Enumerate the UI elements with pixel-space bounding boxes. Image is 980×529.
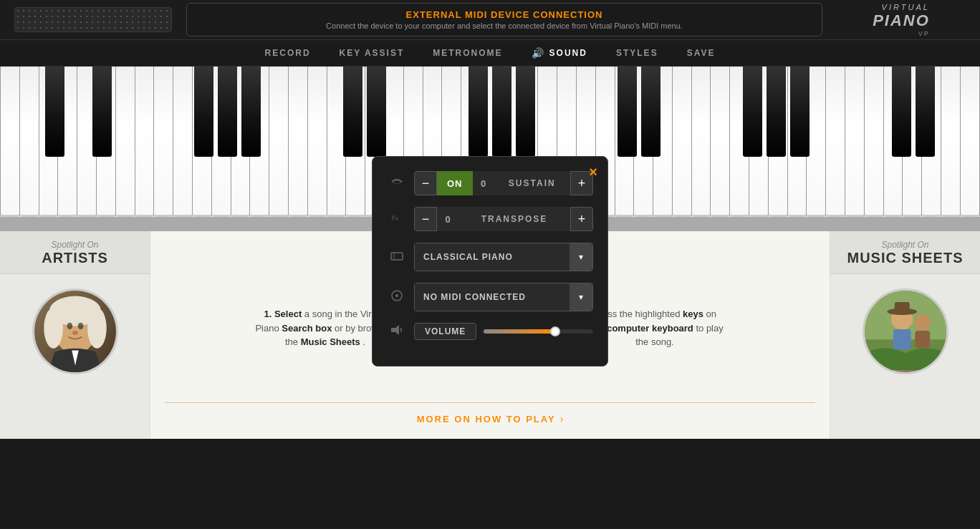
midi-arrow[interactable]: ▾ (570, 283, 592, 311)
white-key[interactable] (884, 67, 903, 217)
sustain-minus-button[interactable]: − (414, 171, 437, 195)
more-link-arrow-icon: › (560, 413, 564, 424)
instrument-arrow[interactable]: ▾ (570, 243, 592, 271)
music-sheet-image-container[interactable] (863, 288, 948, 374)
svg-point-8 (44, 308, 63, 349)
white-key[interactable] (327, 67, 347, 217)
white-key[interactable] (39, 67, 59, 217)
spotlight-on-artists-text: Spotlight On (0, 240, 150, 250)
spotlight-artists-header: Spotlight On ARTISTS (0, 231, 150, 274)
midi-notice-box: EXTERNAL MIDI DEVICE CONNECTION Connect … (186, 3, 822, 37)
transpose-plus-button[interactable]: + (570, 207, 593, 231)
white-key[interactable] (97, 67, 116, 217)
svg-point-9 (87, 308, 107, 349)
white-key[interactable] (193, 67, 212, 217)
spotlight-music-sheets-header: Spotlight On MUSIC SHEETS (830, 231, 980, 274)
white-key[interactable] (250, 67, 269, 217)
sound-panel: × − ON 0 SUSTAIN + ♯♭ (372, 156, 608, 367)
white-key[interactable] (826, 67, 845, 217)
artist-image[interactable] (32, 288, 118, 374)
sustain-icon (387, 175, 407, 192)
white-key[interactable] (922, 67, 941, 217)
midi-header: EXTERNAL MIDI DEVICE CONNECTION Connect … (0, 0, 980, 39)
toolbar-key-assist[interactable]: KEY ASSIST (340, 48, 405, 58)
volume-thumb[interactable] (550, 326, 560, 336)
white-key[interactable] (673, 67, 692, 217)
artist-portrait (34, 291, 116, 372)
transpose-row: ♯♭ − 0 TRANSPOSE + (387, 207, 593, 231)
step1-bold2: Search box (282, 323, 332, 334)
white-key[interactable] (0, 67, 20, 217)
white-key[interactable] (903, 67, 922, 217)
midi-notice-text: Connect the device to your computer and … (201, 21, 807, 30)
svg-point-10 (67, 323, 72, 330)
svg-marker-5 (391, 325, 399, 335)
volume-label: VOLUME (414, 323, 476, 340)
toolbar-sound[interactable]: 🔊 SOUND (532, 47, 587, 59)
spotlight-artists-category: ARTISTS (0, 250, 150, 266)
sustain-controls: − ON 0 SUSTAIN + (414, 171, 593, 195)
midi-dropdown[interactable]: NO MIDI CONNECTED ▾ (414, 283, 593, 311)
white-key[interactable] (865, 67, 884, 217)
spotlight-music-sheets-card: Spotlight On MUSIC SHEETS (830, 231, 980, 439)
white-key[interactable] (749, 67, 769, 217)
key-assist-label: KEY ASSIST (340, 48, 405, 58)
sustain-row: − ON 0 SUSTAIN + (387, 171, 593, 195)
white-key[interactable] (845, 67, 865, 217)
white-key[interactable] (135, 67, 155, 217)
white-key[interactable] (634, 67, 653, 217)
transpose-controls: − 0 TRANSPOSE + (414, 207, 593, 231)
white-key[interactable] (269, 67, 289, 217)
white-key[interactable] (116, 67, 135, 217)
white-key[interactable] (212, 67, 231, 217)
white-key[interactable] (154, 67, 173, 217)
svg-point-11 (77, 323, 83, 330)
volume-row: VOLUME (387, 323, 593, 340)
more-link-text[interactable]: MORE ON HOW TO PLAY (417, 414, 556, 424)
white-key[interactable] (769, 67, 788, 217)
white-key[interactable] (961, 67, 980, 217)
white-key[interactable] (289, 67, 308, 217)
spotlight-on-music-text: Spotlight On (830, 240, 980, 250)
sustain-value: 0 (473, 171, 494, 195)
white-key[interactable] (941, 67, 961, 217)
white-key[interactable] (20, 67, 39, 217)
white-key[interactable] (308, 67, 327, 217)
chevron-down-icon: ▾ (579, 252, 583, 262)
white-key[interactable] (730, 67, 749, 217)
volume-icon (387, 323, 407, 340)
transpose-minus-button[interactable]: − (414, 207, 437, 231)
white-key[interactable] (788, 67, 807, 217)
step1-bold1: Select (274, 309, 302, 319)
white-key[interactable] (711, 67, 730, 217)
toolbar-styles[interactable]: STYLES (616, 48, 658, 58)
white-key[interactable] (77, 67, 97, 217)
sustain-on-button[interactable]: ON (437, 171, 473, 195)
speaker-icon: 🔊 (532, 47, 545, 59)
step1-num: 1. (264, 309, 272, 319)
sound-label: SOUND (549, 48, 587, 58)
white-key[interactable] (692, 67, 711, 217)
volume-slider[interactable] (484, 329, 593, 334)
white-key[interactable] (231, 67, 251, 217)
white-key[interactable] (173, 67, 193, 217)
toolbar-save[interactable]: SAVE (687, 48, 716, 58)
instrument-dropdown[interactable]: CLASSICAL PIANO ▾ (414, 243, 593, 271)
svg-text:♯♭: ♯♭ (391, 213, 398, 222)
step3-bold1: keys (683, 309, 703, 319)
volume-fill (484, 329, 554, 334)
white-key[interactable] (653, 67, 673, 217)
white-key[interactable] (807, 67, 826, 217)
white-key[interactable] (58, 67, 77, 217)
toolbar-record[interactable]: RECORD (265, 48, 311, 58)
metronome-label: METRONOME (433, 48, 502, 58)
toolbar-metronome[interactable]: METRONOME (433, 48, 502, 58)
white-key[interactable] (615, 67, 635, 217)
midi-row: NO MIDI CONNECTED ▾ (387, 283, 593, 311)
svg-point-4 (395, 294, 398, 297)
step1-bold3: Music Sheets (301, 336, 360, 347)
more-link[interactable]: MORE ON HOW TO PLAY › (417, 413, 564, 424)
transpose-value: 0 (437, 207, 458, 231)
close-button[interactable]: × (589, 164, 597, 180)
white-key[interactable] (346, 67, 365, 217)
